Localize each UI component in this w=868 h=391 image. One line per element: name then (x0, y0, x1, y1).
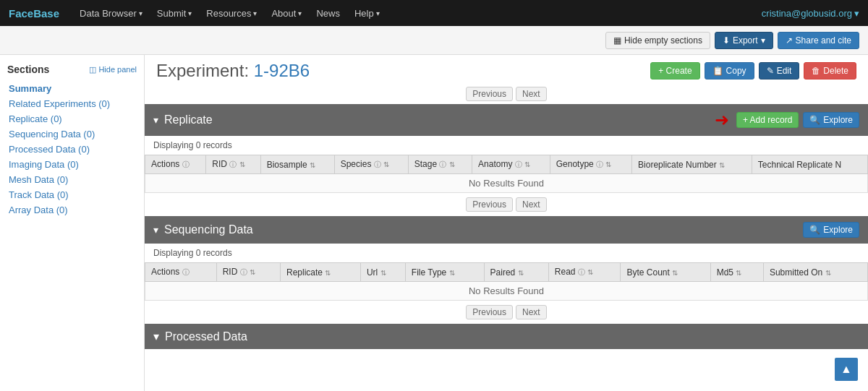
sequencing-previous-button[interactable]: Previous (466, 305, 513, 319)
nav-about[interactable]: About ▾ (265, 5, 307, 22)
nav-news[interactable]: News (310, 5, 346, 22)
user-menu[interactable]: cristina@globusid.org ▾ (762, 8, 859, 19)
sequencing-explore-button[interactable]: 🔍 Explore (803, 222, 859, 238)
seq-read-info-icon[interactable]: ⓘ (578, 268, 585, 276)
sidebar-item-replicate[interactable]: Replicate (0) (0, 111, 144, 126)
sidebar-item-array-data[interactable]: Array Data (0) (0, 202, 144, 218)
replicate-next-button[interactable]: Next (516, 197, 547, 212)
seq-col-actions: Actions ⓘ (145, 263, 217, 282)
sidebar-item-related-experiments[interactable]: Related Experiments (0) (0, 96, 144, 111)
col-biosample: Biosample ⇅ (260, 155, 334, 174)
seq-col-url: Url ⇅ (360, 263, 405, 282)
action-bar: ▦ Hide empty sections ⬇ Export ▾ ↗ Share… (0, 26, 868, 55)
seq-replicate-sort-icon[interactable]: ⇅ (325, 269, 331, 277)
anatomy-sort-icon[interactable]: ⇅ (524, 160, 530, 168)
share-cite-button[interactable]: ↗ Share and cite (778, 32, 859, 49)
anatomy-info-icon[interactable]: ⓘ (515, 160, 522, 168)
seq-col-paired: Paired ⇅ (484, 263, 548, 282)
genotype-sort-icon[interactable]: ⇅ (605, 160, 611, 168)
nav-resources[interactable]: Resources ▾ (200, 5, 263, 22)
rid-sort-icon[interactable]: ⇅ (239, 160, 245, 168)
delete-icon: 🗑 (812, 66, 820, 76)
seq-col-rid: RID ⓘ ⇅ (216, 263, 280, 282)
hide-empty-sections-button[interactable]: ▦ Hide empty sections (605, 32, 710, 49)
user-caret-icon: ▾ (854, 8, 859, 19)
sidebar-item-processed-data[interactable]: Processed Data (0) (0, 142, 144, 157)
seq-url-sort-icon[interactable]: ⇅ (380, 269, 386, 277)
replicate-previous-button[interactable]: Previous (466, 197, 513, 212)
seq-col-read: Read ⓘ ⇅ (548, 263, 621, 282)
rid-info-icon[interactable]: ⓘ (229, 160, 237, 168)
processed-data-header-left: ▾ Processed Data (153, 330, 247, 343)
biosample-sort-icon[interactable]: ⇅ (310, 161, 315, 169)
actions-info-icon[interactable]: ⓘ (182, 160, 190, 168)
seq-rid-sort-icon[interactable]: ⇅ (250, 268, 255, 276)
copy-button[interactable]: 📋 Copy (705, 62, 754, 80)
seq-submitted-sort-icon[interactable]: ⇅ (825, 269, 831, 277)
previous-button-top[interactable]: Previous (466, 87, 513, 101)
seq-rid-info-icon[interactable]: ⓘ (240, 268, 247, 276)
nav-resources-caret: ▾ (253, 9, 257, 17)
replicate-display-count: Displaying 0 records (145, 136, 868, 155)
sequencing-table-header-row: Actions ⓘ RID ⓘ ⇅ Replicate ⇅ Url ⇅ File… (145, 263, 868, 282)
top-navigation: FaceBase Data Browser ▾ Submit ▾ Resourc… (0, 0, 868, 26)
seq-filetype-sort-icon[interactable]: ⇅ (449, 269, 455, 277)
nav-items: Data Browser ▾ Submit ▾ Resources ▾ Abou… (74, 5, 762, 22)
replicate-explore-button[interactable]: 🔍 Explore (803, 112, 859, 128)
seq-col-submitted-on: Submitted On ⇅ (763, 263, 867, 282)
seq-actions-info-icon[interactable]: ⓘ (182, 268, 190, 276)
nav-submit[interactable]: Submit ▾ (151, 5, 197, 22)
sidebar-item-imaging-data[interactable]: Imaging Data (0) (0, 157, 144, 172)
grid-icon: ▦ (613, 35, 621, 46)
red-arrow-indicator: ➜ (715, 110, 729, 130)
sequencing-no-results-row: No Results Found (145, 282, 868, 301)
sequencing-next-button[interactable]: Next (516, 305, 547, 319)
species-info-icon[interactable]: ⓘ (374, 160, 381, 168)
edit-button[interactable]: ✎ Edit (759, 62, 800, 80)
sidebar: Sections ◫ Hide panel Summary Related Ex… (0, 55, 145, 391)
sequencing-section: ▾ Sequencing Data 🔍 Explore Displaying 0… (145, 216, 868, 324)
next-button-top[interactable]: Next (516, 87, 547, 101)
explore-icon: 🔍 (809, 115, 820, 125)
species-sort-icon[interactable]: ⇅ (383, 160, 389, 168)
seq-col-file-type: File Type ⇅ (405, 263, 484, 282)
stage-info-icon[interactable]: ⓘ (439, 160, 446, 168)
delete-button[interactable]: 🗑 Delete (804, 62, 856, 80)
seq-paired-sort-icon[interactable]: ⇅ (518, 269, 524, 277)
replicate-table: Actions ⓘ RID ⓘ ⇅ Biosample ⇅ Species ⓘ … (145, 155, 868, 193)
bioreplicate-sort-icon[interactable]: ⇅ (719, 161, 725, 169)
sidebar-header: Sections ◫ Hide panel (0, 64, 144, 81)
col-anatomy: Anatomy ⓘ ⇅ (472, 155, 550, 174)
record-action-buttons: + Create 📋 Copy ✎ Edit 🗑 Delete (650, 62, 856, 80)
nav-data-browser[interactable]: Data Browser ▾ (74, 5, 148, 22)
replicate-header-left: ▾ Replicate (153, 113, 213, 126)
top-pagination: Previous Next (145, 84, 868, 104)
create-button[interactable]: + Create (650, 62, 699, 80)
scroll-to-top-button[interactable]: ▲ (835, 358, 858, 381)
col-species: Species ⓘ ⇅ (334, 155, 408, 174)
seq-md5-sort-icon[interactable]: ⇅ (736, 269, 741, 277)
export-button[interactable]: ⬇ Export ▾ (715, 32, 773, 49)
sidebar-item-mesh-data[interactable]: Mesh Data (0) (0, 172, 144, 187)
sidebar-item-summary[interactable]: Summary (0, 81, 144, 96)
add-record-button[interactable]: + Add record (736, 112, 799, 128)
seq-col-replicate: Replicate ⇅ (280, 263, 360, 282)
hide-panel-icon: ◫ (89, 65, 96, 74)
sequencing-chevron-icon[interactable]: ▾ (153, 224, 158, 236)
stage-sort-icon[interactable]: ⇅ (449, 160, 455, 168)
processed-chevron-icon[interactable]: ▾ (153, 330, 159, 343)
genotype-info-icon[interactable]: ⓘ (596, 160, 603, 168)
sidebar-item-track-data[interactable]: Track Data (0) (0, 187, 144, 202)
replicate-pagination: Previous Next (145, 193, 868, 216)
seq-col-md5: Md5 ⇅ (710, 263, 763, 282)
hide-panel-button[interactable]: ◫ Hide panel (89, 65, 137, 74)
nav-help[interactable]: Help ▾ (349, 5, 386, 22)
seq-read-sort-icon[interactable]: ⇅ (587, 268, 593, 276)
sequencing-table: Actions ⓘ RID ⓘ ⇅ Replicate ⇅ Url ⇅ File… (145, 262, 868, 301)
replicate-chevron-icon[interactable]: ▾ (153, 114, 158, 126)
sidebar-item-sequencing-data[interactable]: Sequencing Data (0) (0, 126, 144, 142)
edit-icon: ✎ (767, 66, 774, 76)
brand-logo[interactable]: FaceBase (9, 7, 59, 20)
replicate-section-header: ▾ Replicate ➜ + Add record 🔍 Explore (145, 104, 868, 136)
seq-bytecount-sort-icon[interactable]: ⇅ (672, 269, 678, 277)
